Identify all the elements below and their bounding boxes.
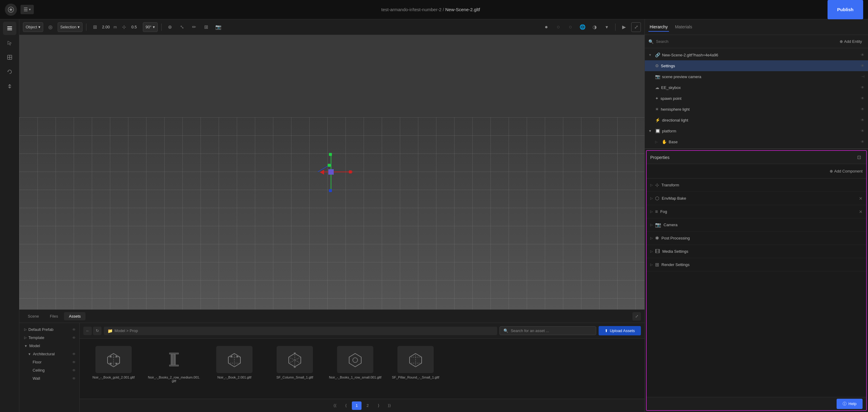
base-eye-icon[interactable]: 👁 bbox=[861, 140, 864, 144]
grid2-btn[interactable]: ⊞ bbox=[202, 22, 211, 32]
asset-item-3[interactable]: Noir_-_Book_2.001.gltf bbox=[204, 342, 265, 386]
hierarchy-search-input[interactable] bbox=[656, 39, 835, 44]
grid-icon[interactable]: ⊞ bbox=[90, 22, 100, 32]
tree-item-skybox[interactable]: ☁ EE_skybox 👁 bbox=[645, 82, 868, 93]
sidebar-eye-architectural[interactable]: 👁 bbox=[72, 352, 76, 356]
platform-eye-icon[interactable]: 👁 bbox=[861, 129, 864, 133]
snap-btn[interactable]: ⊹ bbox=[119, 22, 129, 32]
sidebar-eye-ceiling[interactable]: 👁 bbox=[72, 368, 76, 373]
sidebar-eye-template[interactable]: 👁 bbox=[72, 336, 76, 340]
page-next-btn[interactable]: ⟩ bbox=[374, 402, 383, 410]
tree-item-root[interactable]: ▼ 🔗 New-Scene-2.gltf?hash=4e4a96 👁 bbox=[645, 49, 868, 60]
help-button[interactable]: ⓘ Help bbox=[837, 399, 863, 409]
tab-hierarchy[interactable]: Hierarchy bbox=[648, 23, 669, 32]
object-mode-select[interactable]: Object ▾ bbox=[23, 22, 43, 32]
assets-back-btn[interactable]: ← bbox=[83, 327, 92, 335]
toolbar-rotate-icon[interactable] bbox=[3, 65, 16, 78]
envmap-close-btn[interactable]: ✕ bbox=[859, 196, 863, 201]
sidebar-eye-floor[interactable]: 👁 bbox=[72, 360, 76, 364]
asset-item-6[interactable]: SF_Pillar_Round_-_Small_1.gltf bbox=[385, 342, 446, 386]
camera-btn[interactable]: 📷 bbox=[214, 22, 223, 32]
asset-item-5[interactable]: Noir_-_Books_1_row_small.001.gltf bbox=[325, 342, 385, 386]
tab-scene[interactable]: Scene bbox=[23, 312, 44, 320]
component-post-processing[interactable]: ▷ ✱ Post Processing bbox=[647, 232, 866, 245]
component-envmap[interactable]: ▷ ⬡ EnvMap Bake ✕ bbox=[647, 192, 866, 205]
toolbar-transform-icon[interactable] bbox=[3, 51, 16, 64]
publish-button[interactable]: Publish bbox=[828, 0, 863, 19]
gizmo-y-handle[interactable] bbox=[329, 153, 332, 156]
page-1-btn[interactable]: 1 bbox=[352, 402, 362, 410]
page-first-btn[interactable]: ⟨⟨ bbox=[330, 402, 340, 410]
gizmo-x-handle[interactable] bbox=[349, 170, 352, 173]
page-last-btn[interactable]: ⟩⟩ bbox=[384, 402, 394, 410]
tab-assets[interactable]: Assets bbox=[64, 312, 86, 320]
component-camera[interactable]: ▷ 📷 Camera bbox=[647, 218, 866, 232]
3d-viewport[interactable]: Viewport bbox=[19, 35, 645, 309]
page-prev-btn[interactable]: ⟨ bbox=[341, 402, 351, 410]
toolbar-scale-icon[interactable] bbox=[3, 80, 16, 93]
sidebar-item-ceiling[interactable]: Ceiling 👁 bbox=[19, 366, 80, 374]
magnet-btn[interactable]: ⊕ bbox=[165, 22, 175, 32]
play-btn[interactable]: ▶ bbox=[619, 22, 629, 32]
sidebar-eye-wall[interactable]: 👁 bbox=[72, 376, 76, 381]
tab-materials[interactable]: Materials bbox=[674, 23, 693, 32]
transform-gizmo[interactable] bbox=[311, 151, 353, 193]
component-media-settings[interactable]: ▷ 🎞 Media Settings bbox=[647, 245, 866, 258]
sidebar-item-model[interactable]: ▼ Model bbox=[19, 342, 80, 350]
tree-item-settings[interactable]: ⚙ Settings 👁 bbox=[645, 60, 868, 71]
chevron-btn[interactable]: ▾ bbox=[602, 22, 612, 32]
tree-item-hemi-light[interactable]: ☀ hemisphere light 👁 bbox=[645, 104, 868, 114]
skybox-eye-icon[interactable]: 👁 bbox=[861, 85, 864, 90]
spawn-eye-icon[interactable]: 👁 bbox=[861, 96, 864, 100]
add-entity-button[interactable]: ⊕ Add Entity bbox=[837, 38, 864, 45]
add-component-button[interactable]: ⊕ Add Component bbox=[830, 169, 863, 173]
angle-select[interactable]: 90° ▾ bbox=[143, 22, 158, 32]
resize-btn[interactable]: ⤡ bbox=[177, 22, 187, 32]
properties-close-btn[interactable]: ⊡ bbox=[855, 154, 863, 161]
asset-item-4[interactable]: SF_Column_Small_1.gltf bbox=[265, 342, 325, 386]
maximize-assets-btn[interactable]: ⤢ bbox=[632, 312, 641, 320]
camera-eye-icon[interactable]: ⊣ bbox=[861, 74, 864, 79]
hemi-eye-icon[interactable]: 👁 bbox=[861, 107, 864, 111]
component-fog[interactable]: ▷ ≡ Fog ✕ bbox=[647, 205, 866, 218]
fullscreen-btn[interactable]: ⤢ bbox=[631, 22, 641, 32]
globe-btn[interactable]: 🌐 bbox=[578, 22, 587, 32]
sidebar-item-default-prefab[interactable]: ▷ Default Prefab 👁 bbox=[19, 325, 80, 334]
gizmo-green-handle[interactable] bbox=[328, 164, 331, 167]
assets-refresh-btn[interactable]: ↻ bbox=[93, 327, 101, 335]
tree-item-platform[interactable]: ▼ 🔲 platform 👁 bbox=[645, 126, 868, 136]
app-logo[interactable] bbox=[5, 4, 17, 16]
asset-item-2[interactable]: Noir_-_Books_2_row_medium.001.gltf bbox=[144, 342, 204, 386]
tree-item-spawn[interactable]: ✦ spawn point 👁 bbox=[645, 93, 868, 104]
circle3-btn[interactable]: ○ bbox=[566, 22, 575, 32]
component-render-settings[interactable]: ▷ ⊞ Render Settings bbox=[647, 258, 866, 271]
tree-item-camera[interactable]: 📷 scene preview camera ⊣ bbox=[645, 71, 868, 82]
page-2-btn[interactable]: 2 bbox=[363, 402, 372, 410]
tab-files[interactable]: Files bbox=[45, 312, 63, 320]
sidebar-item-floor[interactable]: Floor 👁 bbox=[19, 358, 80, 366]
sidebar-item-architectural[interactable]: ▼ Architectural 👁 bbox=[19, 350, 80, 358]
toolbar-select-icon[interactable] bbox=[3, 36, 16, 49]
dir-eye-icon[interactable]: 👁 bbox=[861, 118, 864, 122]
circle1-btn[interactable]: ● bbox=[541, 22, 551, 32]
half-btn[interactable]: ◑ bbox=[590, 22, 599, 32]
tree-item-base[interactable]: ▷ ✋ Base 👁 bbox=[645, 136, 868, 147]
sidebar-item-wall[interactable]: Wall 👁 bbox=[19, 374, 80, 382]
pen-btn[interactable]: ✏ bbox=[189, 22, 199, 32]
fog-close-btn[interactable]: ✕ bbox=[859, 209, 863, 214]
asset-item-1[interactable]: Noir_-_Book_gold_2.001.gltf bbox=[83, 342, 144, 386]
selection-mode-select[interactable]: Selection ▾ bbox=[58, 22, 83, 32]
gizmo-x-arrow-left[interactable] bbox=[320, 170, 324, 175]
sidebar-eye-default-prefab[interactable]: 👁 bbox=[72, 328, 76, 332]
menu-button[interactable]: ☰ ▾ bbox=[21, 5, 34, 14]
toolbar-menu-icon[interactable] bbox=[3, 22, 16, 35]
root-eye-icon[interactable]: 👁 bbox=[861, 53, 864, 57]
settings-eye-icon[interactable]: 👁 bbox=[861, 64, 864, 68]
component-transform[interactable]: ▷ ⊹ Transform bbox=[647, 178, 866, 192]
gizmo-y-bottom-handle[interactable] bbox=[329, 189, 332, 192]
tree-item-dir-light[interactable]: ⚡ directional light 👁 bbox=[645, 114, 868, 126]
sidebar-item-template[interactable]: ▷ Template 👁 bbox=[19, 334, 80, 342]
upload-assets-button[interactable]: ⬆ Upload Assets bbox=[598, 326, 641, 335]
circle2-btn[interactable]: ○ bbox=[554, 22, 563, 32]
focus-btn[interactable]: ◎ bbox=[45, 22, 55, 32]
